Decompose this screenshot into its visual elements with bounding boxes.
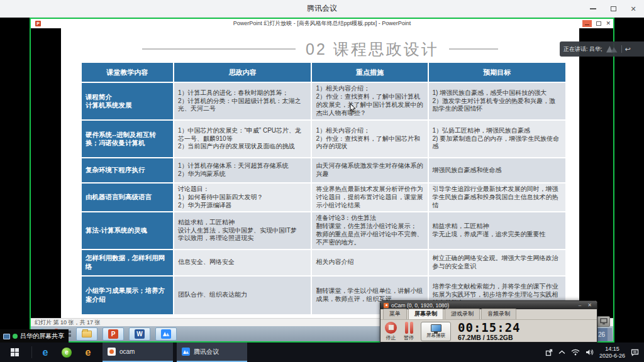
ppt-minimize-icon[interactable]	[582, 20, 592, 27]
table-row: 算法-计算系统的灵魂精益求精，工匠精神 设计人生算法，实现中国梦、实现中国IT梦…	[82, 212, 565, 248]
table-cell-c3: 相关内容介绍	[312, 250, 427, 275]
taskbar-clock[interactable]: 14:15 2020-6-26	[599, 346, 625, 359]
green-browser-button[interactable]: e	[56, 343, 77, 362]
screen: 腾讯会议 ✕ P PowerPoint 幻灯片放映 - [商务风格年终总结ppt…	[0, 0, 644, 362]
table-cell-c1: 小组学习成果展示；培养方案介绍	[82, 277, 173, 314]
stop-icon	[385, 322, 397, 334]
maximize-icon[interactable]	[609, 4, 618, 13]
share-popout-icon[interactable]	[545, 349, 553, 356]
shared-screen-region: P PowerPoint 幻灯片放映 - [商务风格年终总结ppt模板.pptx…	[30, 18, 614, 343]
table-cell-c4: 精益求精，工匠精神 学无止境，养成严谨，追求完美的重要性	[429, 212, 565, 248]
recording-size: 67.2MB / 155.2GB	[458, 334, 521, 341]
edge-browser-button[interactable]: e	[35, 343, 56, 362]
table-cell-c3: 准备讨论3：仿生算法 翻转课堂，仿生算法小组讨论展示； 教师的重点是点评小组讨论…	[312, 212, 427, 248]
title-decor-line	[142, 48, 296, 50]
start-button[interactable]	[0, 343, 29, 362]
ocam-window-title: oCam (0, 0, 1920, 1080)	[391, 302, 574, 309]
screen-share-icon	[3, 334, 10, 339]
ocam-close-icon[interactable]: ✕	[586, 302, 594, 308]
speaking-label: 正在讲话: 吕华;	[564, 45, 602, 53]
table-cell-c1: 由机器语言到高级语言	[82, 184, 173, 211]
mouse-cursor-icon	[350, 104, 356, 112]
stop-button[interactable]: 停止	[385, 322, 397, 341]
word-task-button[interactable]: W	[129, 327, 150, 341]
file-explorer-button[interactable]	[76, 327, 97, 341]
clock-time: 14:15	[599, 346, 625, 353]
table-cell-c3: 将业界热点最新技术发展分析评价作为讨论题目，提前布置讨论题目，课堂展示小组讨论结…	[312, 184, 427, 211]
table-cell-c3: 1）相关内容介绍； 2）作业：查找资料，了解中国芯片和内存的现状	[312, 121, 427, 157]
tencent-meeting-logo-icon	[606, 45, 618, 53]
speaker-icon[interactable]	[586, 349, 594, 356]
shared-tray-date: 26	[595, 328, 612, 341]
slide: 02 课程思政设计 课堂教学内容思政内容重点措施预期目标 课程简介 计算机系统发…	[61, 28, 579, 318]
recording-meter: 00:15:24 67.2MB / 155.2GB	[458, 322, 521, 341]
table-cell-c2: 信息安全、网络安全	[174, 250, 311, 275]
column-header: 预期目标	[429, 63, 565, 82]
pause-icon	[404, 322, 414, 334]
table-row: 由机器语言到高级语言讨论题目： 1）如何看待中国新四大发明？ 2）华为开源编译器…	[82, 184, 565, 211]
meeting-task-button[interactable]: 腾讯会议	[177, 343, 247, 362]
ocam-tabs: 菜单屏幕录制游戏录制音频录制	[380, 309, 597, 320]
table-cell-c2: 精益求精，工匠精神 设计人生算法，实现中国梦、实现中国IT梦 学以致用，将理论照…	[174, 212, 311, 248]
ppt-window-controls: ✕	[582, 20, 611, 27]
gold-browser-button[interactable]: e	[77, 343, 99, 362]
ocam-minimize-icon[interactable]: –	[577, 302, 583, 308]
ocam-tab-音频录制[interactable]: 音频录制	[481, 309, 516, 319]
minimize-icon[interactable]	[589, 4, 597, 13]
table-cell-c2: 团队合作、组织表达能力	[174, 277, 311, 314]
table-row: 复杂环境下程序执行1）计算机存储体系：天河超算存储系统 2）华为鸿蒙系统由天河存…	[82, 158, 565, 182]
table-cell-c4: 1）弘扬工匠精神，增强民族自豪感 2) 要加紧制造自己的内存，增强学生民族使命感	[429, 121, 565, 157]
windows-logo-icon	[11, 348, 19, 356]
tencent-meeting-icon	[161, 329, 171, 339]
powerpoint-icon: P	[35, 21, 41, 26]
folder-icon	[82, 331, 92, 337]
meeting-task-label: 腾讯会议	[194, 348, 219, 356]
pause-button[interactable]: 暂停	[404, 322, 414, 341]
ocam-body: 停止 暂停 屏幕捕获 00:15:24 67.2MB / 155.2GB	[380, 320, 597, 343]
ocam-tab-菜单[interactable]: 菜单	[383, 309, 407, 319]
table-header-row: 课堂教学内容思政内容重点措施预期目标	[82, 63, 565, 82]
table-row: 课程简介 计算机系统发展1）计算工具的进化：春秋时期的算筹； 2）计算机的分类：…	[82, 83, 565, 119]
title-decor-line	[449, 48, 498, 50]
taskbar-spacer	[247, 343, 545, 362]
close-icon[interactable]: ✕	[629, 4, 638, 13]
table-cell-c2: 1）中国芯片的发展史：“申威” CPU芯片、龙芯一号、麒麟910等 2）当前国产…	[174, 121, 311, 157]
powerpoint-task-button[interactable]: P	[103, 327, 124, 341]
slide-table-body: 课程简介 计算机系统发展1）计算工具的进化：春秋时期的算筹； 2）计算机的分类：…	[82, 83, 565, 314]
wifi-icon[interactable]	[571, 349, 580, 356]
ocam-tab-屏幕录制[interactable]: 屏幕录制	[408, 309, 443, 319]
table-cell-c1: 硬件系统--进制及相互转换；冯诺依曼计算机	[82, 121, 173, 157]
screen-capture-button[interactable]: 屏幕捕获	[421, 322, 451, 341]
ppt-window-title: PowerPoint 幻灯片放映 - [商务风格年终总结ppt模板.pptx] …	[31, 19, 613, 28]
table-cell-c1: 怎样利用数据，怎样利用网络	[82, 250, 173, 275]
ocam-app-icon	[384, 303, 389, 308]
pause-label: 暂停	[404, 334, 414, 341]
ppt-close-icon[interactable]: ✕	[606, 21, 611, 26]
slideshow-area: 02 课程思政设计 课堂教学内容思政内容重点措施预期目标 课程简介 计算机系统发…	[31, 28, 613, 318]
column-header: 思政内容	[174, 63, 311, 82]
chevron-up-icon[interactable]	[558, 350, 565, 354]
divider	[31, 346, 32, 358]
stop-label: 停止	[386, 334, 396, 341]
shared-tray-monitor-icon[interactable]	[597, 316, 610, 327]
ocam-icon	[108, 348, 116, 356]
system-tray: 14:15 2020-6-26	[545, 343, 644, 362]
column-header: 重点措施	[312, 63, 427, 82]
divider	[621, 45, 622, 53]
share-banner: 吕华的屏幕共享	[0, 329, 69, 343]
meeting-task-button[interactable]	[155, 327, 177, 341]
table-cell-c1: 课程简介 计算机系统发展	[82, 83, 173, 119]
collapse-arrow-icon[interactable]: ↩	[625, 46, 631, 53]
ppt-restore-icon[interactable]	[596, 21, 601, 26]
slide-title-row: 02 课程思政设计	[61, 38, 579, 60]
table-cell-c4: 增强民族自豪感和使命感	[429, 158, 565, 182]
action-center-icon[interactable]	[631, 349, 639, 356]
table-cell-c2: 讨论题目： 1）如何看待中国新四大发明？ 2）华为开源编译器	[174, 184, 311, 211]
ocam-tab-游戏录制[interactable]: 游戏录制	[445, 309, 480, 319]
table-cell-c2: 1）计算工具的进化：春秋时期的算筹； 2）计算机的分类：中国超级计算机：太湖之光…	[174, 83, 311, 119]
meeting-window-controls: ✕	[589, 0, 638, 18]
meeting-window-title: 腾讯会议	[307, 3, 337, 14]
ocam-task-button[interactable]: ocam	[103, 343, 173, 362]
ocam-window: oCam (0, 0, 1920, 1080) – ✕ 菜单屏幕录制游戏录制音频…	[380, 300, 597, 343]
meeting-stage: P PowerPoint 幻灯片放映 - [商务风格年终总结ppt模板.pptx…	[0, 18, 644, 343]
